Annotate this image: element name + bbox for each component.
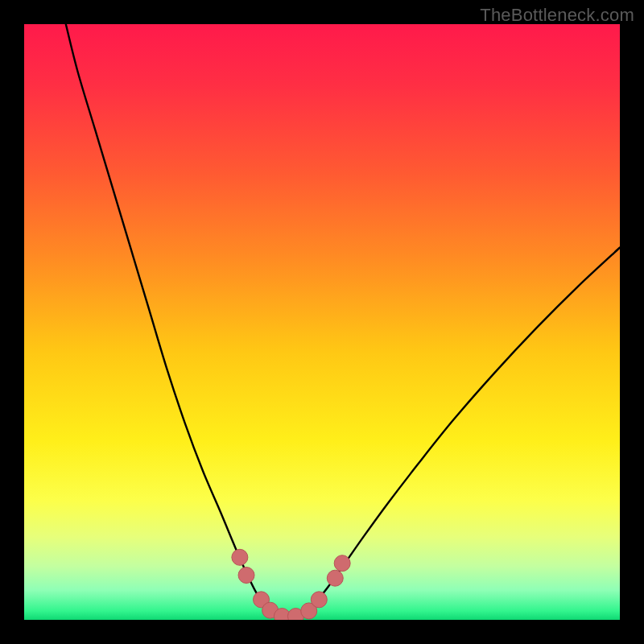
marker-0 [232, 549, 248, 565]
chart-plot [24, 24, 620, 620]
marker-9 [334, 555, 350, 572]
marker-1 [238, 568, 254, 584]
marker-7 [311, 592, 327, 608]
marker-8 [327, 570, 343, 586]
chart-frame: TheBottleneck.com [0, 0, 644, 644]
plot-background [24, 24, 620, 620]
watermark-text: TheBottleneck.com [480, 5, 634, 26]
